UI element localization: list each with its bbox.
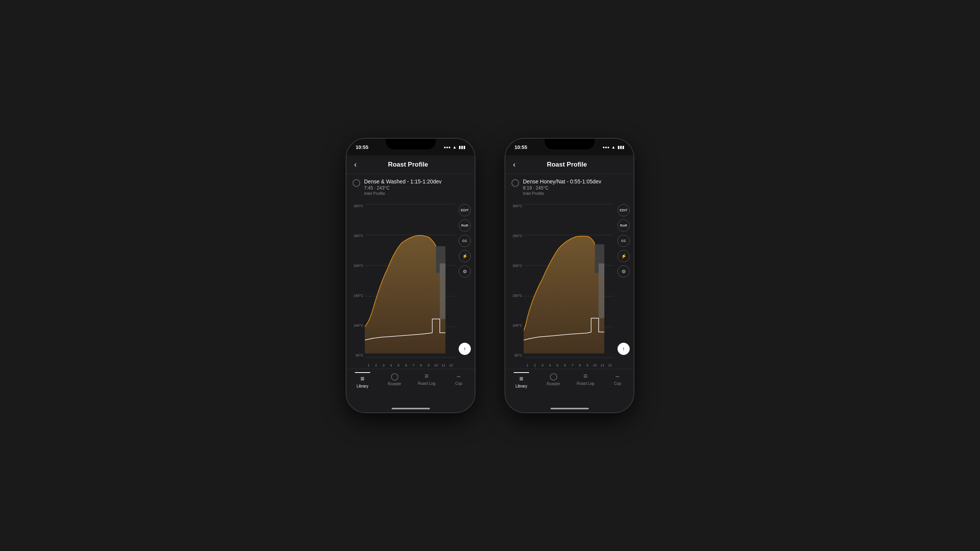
home-indicator-2	[550, 408, 589, 409]
nav-bar-1: ‹ Roast Profile	[346, 155, 475, 174]
bolt-button-2[interactable]: ⚡	[617, 250, 630, 262]
profile-meta-2: 8:19 · 245°C	[523, 185, 601, 191]
nav-bar-2: ‹ Roast Profile	[505, 155, 634, 174]
chart-wrapper-1: 300°C 250°C 200°C 150°C 100°C 50°C	[346, 200, 475, 369]
wifi-icon-2: ▲	[611, 145, 616, 149]
y-label-150-2: 150°C	[508, 294, 524, 298]
side-buttons-1: EDIT RoR CC ⚡ ⊙	[459, 204, 472, 278]
share-button-container-1: ↑	[459, 343, 471, 355]
status-time-1: 10:55	[356, 144, 368, 150]
y-label-100-1: 100°C	[350, 324, 365, 327]
tab-cup-2[interactable]: ⌣ Cup	[601, 372, 634, 386]
tab-roast-log-1[interactable]: ≡ Roast Log	[411, 372, 443, 386]
x-axis-2: 1 2 3 4 5 6 7 8 9 10 11 12	[524, 363, 614, 367]
status-icons-1: ●●● ▲ ▮▮▮	[444, 145, 466, 150]
y-label-200-2: 200°C	[508, 264, 524, 268]
tab-roast-log-2[interactable]: ≡ Roast Log	[570, 372, 602, 386]
cup-label-2: Cup	[614, 381, 621, 386]
profile-name-2: Dense Honey/Nat - 0:55-1:05dev	[523, 178, 601, 185]
share-button-2[interactable]: ↑	[617, 343, 630, 355]
tab-library-2[interactable]: ≡ Library	[505, 372, 537, 388]
status-icons-2: ●●● ▲ ▮▮▮	[603, 145, 624, 150]
roaster-icon-2: ◯	[550, 372, 557, 381]
profile-meta-1: 7:45 · 243°C	[364, 185, 442, 191]
roaster-label-2: Roaster	[547, 382, 560, 386]
roast-log-icon-2: ≡	[583, 372, 588, 380]
share-icon-2: ↑	[622, 346, 625, 352]
y-label-200-1: 200°C	[350, 264, 365, 268]
profile-type-2: Inlet Profile	[523, 191, 601, 196]
battery-icon-1: ▮▮▮	[459, 145, 466, 150]
ror-button-2[interactable]: RoR	[617, 219, 630, 232]
chart-svg-2	[524, 204, 614, 353]
status-time-2: 10:55	[514, 144, 527, 150]
y-label-150-1: 150°C	[350, 294, 365, 298]
profile-radio-2[interactable]	[511, 179, 519, 187]
tab-library-1[interactable]: ≡ Library	[346, 372, 379, 388]
battery-icon-2: ▮▮▮	[617, 145, 624, 150]
share-button-1[interactable]: ↑	[459, 343, 471, 355]
y-label-300-2: 300°C	[508, 204, 524, 208]
cup-icon-1: ⌣	[456, 372, 461, 380]
phone-1: 10:55 ●●● ▲ ▮▮▮ ‹ Roast Profile Dense & …	[346, 139, 475, 412]
profile-name-1: Dense & Washed - 1:15-1:20dev	[364, 178, 442, 185]
camera-button-2[interactable]: ⊙	[617, 265, 630, 278]
y-label-300-1: 300°C	[350, 204, 365, 208]
grid-line-2-6	[524, 357, 614, 358]
library-icon-1: ≡	[361, 375, 365, 383]
y-label-250-2: 250°C	[508, 234, 524, 238]
wifi-icon-1: ▲	[452, 145, 457, 149]
bolt-button-1[interactable]: ⚡	[459, 250, 471, 262]
tab-roaster-1[interactable]: ◯ Roaster	[379, 372, 411, 386]
chart-area-1: 300°C 250°C 200°C 150°C 100°C 50°C	[350, 200, 472, 369]
tab-indicator-2	[514, 372, 529, 373]
profile-header-2: Dense Honey/Nat - 0:55-1:05dev 8:19 · 24…	[505, 174, 634, 200]
phone-bottom-1	[346, 399, 475, 412]
y-label-250-1: 250°C	[350, 234, 365, 238]
profile-info-2: Dense Honey/Nat - 0:55-1:05dev 8:19 · 24…	[523, 178, 601, 196]
back-button-2[interactable]: ‹	[511, 159, 517, 170]
y-axis-2: 300°C 250°C 200°C 150°C 100°C 50°C	[508, 204, 524, 357]
library-label-1: Library	[357, 384, 369, 388]
chart-wrapper-2: 300°C 250°C 200°C 150°C 100°C 50°C	[505, 200, 634, 369]
profile-info-1: Dense & Washed - 1:15-1:20dev 7:45 · 243…	[364, 178, 442, 196]
side-buttons-2: EDIT RoR CC ⚡ ⊙	[617, 204, 630, 278]
edit-button-1[interactable]: EDIT	[459, 204, 471, 216]
y-label-50-1: 50°C	[350, 353, 365, 357]
y-axis-1: 300°C 250°C 200°C 150°C 100°C 50°C	[350, 204, 365, 357]
cup-label-1: Cup	[455, 381, 462, 386]
roast-log-icon-1: ≡	[425, 372, 429, 380]
phone-bottom-2	[505, 399, 634, 412]
signal-icon-1: ●●●	[444, 145, 451, 149]
roaster-icon-1: ◯	[391, 372, 399, 381]
cup-icon-2: ⌣	[615, 372, 620, 380]
back-button-1[interactable]: ‹	[353, 159, 358, 170]
camera-button-1[interactable]: ⊙	[459, 265, 471, 278]
chart-area-2: 300°C 250°C 200°C 150°C 100°C 50°C	[508, 200, 630, 369]
phone-2: 10:55 ●●● ▲ ▮▮▮ ‹ Roast Profile Dense Ho…	[505, 139, 634, 412]
grid-line-6	[365, 357, 455, 358]
ror-button-1[interactable]: RoR	[459, 219, 471, 232]
chart-svg-1	[365, 204, 455, 353]
nav-title-1: Roast Profile	[358, 161, 458, 168]
status-bar-1: 10:55 ●●● ▲ ▮▮▮	[346, 139, 475, 155]
tab-cup-1[interactable]: ⌣ Cup	[443, 372, 475, 386]
roast-log-label-2: Roast Log	[577, 381, 595, 386]
library-icon-2: ≡	[519, 375, 524, 383]
edit-button-2[interactable]: EDIT	[617, 204, 630, 216]
tab-indicator-1	[355, 372, 370, 373]
roaster-label-1: Roaster	[388, 382, 401, 386]
share-button-container-2: ↑	[617, 343, 630, 355]
home-indicator-1	[392, 408, 430, 409]
share-icon-1: ↑	[464, 346, 466, 352]
nav-title-2: Roast Profile	[517, 161, 617, 168]
profile-header-1: Dense & Washed - 1:15-1:20dev 7:45 · 243…	[346, 174, 475, 200]
cc-button-1[interactable]: CC	[459, 235, 471, 247]
cc-button-2[interactable]: CC	[617, 235, 630, 247]
tab-roaster-2[interactable]: ◯ Roaster	[537, 372, 570, 386]
x-axis-1: 1 2 3 4 5 6 7 8 9 10 11 12	[365, 363, 455, 367]
profile-radio-1[interactable]	[353, 179, 360, 187]
tab-bar-1: ≡ Library ◯ Roaster ≡ Roast Log ⌣ Cup	[346, 369, 475, 399]
signal-icon-2: ●●●	[603, 145, 609, 149]
library-label-2: Library	[516, 384, 528, 388]
